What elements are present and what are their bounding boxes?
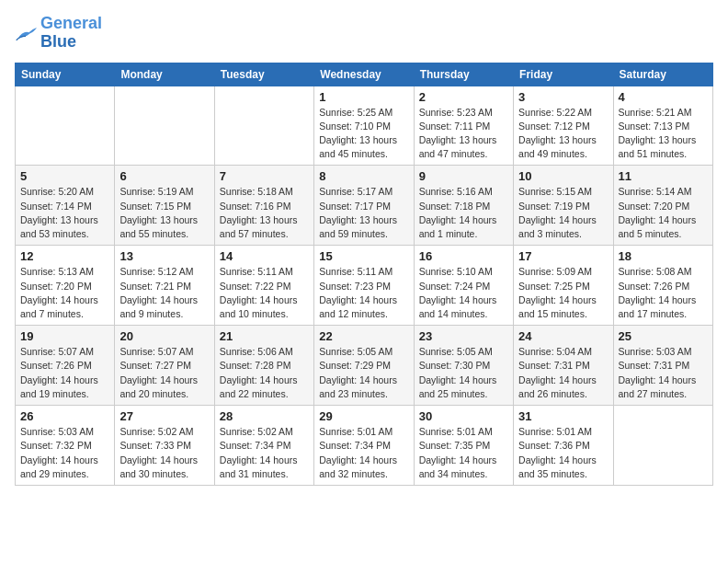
day-info: Sunrise: 5:13 AMSunset: 7:20 PMDaylight:… bbox=[20, 265, 109, 321]
calendar-cell: 2 Sunrise: 5:23 AMSunset: 7:11 PMDayligh… bbox=[414, 86, 513, 166]
day-info: Sunrise: 5:01 AMSunset: 7:34 PMDaylight:… bbox=[319, 425, 408, 481]
day-number: 9 bbox=[419, 169, 508, 183]
day-number: 2 bbox=[419, 90, 508, 104]
day-number: 10 bbox=[518, 169, 608, 183]
day-number: 21 bbox=[220, 329, 309, 343]
day-number: 6 bbox=[119, 169, 209, 183]
calendar-cell: 31 Sunrise: 5:01 AMSunset: 7:36 PMDaylig… bbox=[514, 406, 613, 486]
day-info: Sunrise: 5:25 AMSunset: 7:10 PMDaylight:… bbox=[319, 106, 408, 162]
calendar-cell: 8 Sunrise: 5:17 AMSunset: 7:17 PMDayligh… bbox=[314, 166, 414, 246]
calendar-cell: 16 Sunrise: 5:10 AMSunset: 7:24 PMDaylig… bbox=[414, 246, 513, 326]
calendar-week-3: 12 Sunrise: 5:13 AMSunset: 7:20 PMDaylig… bbox=[16, 246, 713, 326]
day-info: Sunrise: 5:11 AMSunset: 7:23 PMDaylight:… bbox=[319, 265, 408, 321]
day-number: 26 bbox=[20, 409, 109, 423]
day-info: Sunrise: 5:12 AMSunset: 7:21 PMDaylight:… bbox=[119, 265, 209, 321]
day-info: Sunrise: 5:02 AMSunset: 7:33 PMDaylight:… bbox=[119, 425, 209, 481]
day-number: 24 bbox=[518, 329, 608, 343]
day-number: 4 bbox=[619, 90, 708, 104]
day-number: 5 bbox=[20, 169, 109, 183]
logo-text: GeneralBlue bbox=[40, 15, 102, 52]
calendar-header-thursday: Thursday bbox=[414, 63, 513, 86]
day-number: 3 bbox=[518, 90, 608, 104]
calendar-cell: 14 Sunrise: 5:11 AMSunset: 7:22 PMDaylig… bbox=[214, 246, 313, 326]
day-number: 14 bbox=[220, 249, 309, 263]
day-number: 15 bbox=[319, 249, 408, 263]
calendar-cell: 24 Sunrise: 5:04 AMSunset: 7:31 PMDaylig… bbox=[514, 326, 613, 406]
calendar-cell: 18 Sunrise: 5:08 AMSunset: 7:26 PMDaylig… bbox=[613, 246, 712, 326]
day-number: 7 bbox=[220, 169, 309, 183]
day-number: 30 bbox=[419, 409, 508, 423]
day-number: 1 bbox=[319, 90, 408, 104]
day-number: 16 bbox=[419, 249, 508, 263]
calendar-cell: 1 Sunrise: 5:25 AMSunset: 7:10 PMDayligh… bbox=[314, 86, 414, 166]
day-number: 28 bbox=[220, 409, 309, 423]
calendar-cell: 7 Sunrise: 5:18 AMSunset: 7:16 PMDayligh… bbox=[214, 166, 313, 246]
calendar-cell: 10 Sunrise: 5:15 AMSunset: 7:19 PMDaylig… bbox=[514, 166, 613, 246]
calendar-week-2: 5 Sunrise: 5:20 AMSunset: 7:14 PMDayligh… bbox=[16, 166, 713, 246]
day-number: 12 bbox=[20, 249, 109, 263]
calendar-cell: 30 Sunrise: 5:01 AMSunset: 7:35 PMDaylig… bbox=[414, 406, 513, 486]
calendar-cell bbox=[613, 406, 712, 486]
calendar-cell: 29 Sunrise: 5:01 AMSunset: 7:34 PMDaylig… bbox=[314, 406, 414, 486]
calendar-cell: 9 Sunrise: 5:16 AMSunset: 7:18 PMDayligh… bbox=[414, 166, 513, 246]
day-number: 23 bbox=[419, 329, 508, 343]
calendar-cell: 4 Sunrise: 5:21 AMSunset: 7:13 PMDayligh… bbox=[613, 86, 712, 166]
day-number: 27 bbox=[119, 409, 209, 423]
day-info: Sunrise: 5:07 AMSunset: 7:27 PMDaylight:… bbox=[119, 345, 209, 401]
calendar-week-4: 19 Sunrise: 5:07 AMSunset: 7:26 PMDaylig… bbox=[16, 326, 713, 406]
day-info: Sunrise: 5:14 AMSunset: 7:20 PMDaylight:… bbox=[619, 185, 708, 241]
calendar-cell bbox=[115, 86, 214, 166]
day-info: Sunrise: 5:05 AMSunset: 7:29 PMDaylight:… bbox=[319, 345, 408, 401]
day-info: Sunrise: 5:15 AMSunset: 7:19 PMDaylight:… bbox=[518, 185, 608, 241]
day-info: Sunrise: 5:01 AMSunset: 7:35 PMDaylight:… bbox=[419, 425, 508, 481]
logo: GeneralBlue bbox=[15, 15, 102, 52]
day-info: Sunrise: 5:18 AMSunset: 7:16 PMDaylight:… bbox=[220, 185, 309, 241]
calendar-cell: 20 Sunrise: 5:07 AMSunset: 7:27 PMDaylig… bbox=[115, 326, 214, 406]
calendar-header-monday: Monday bbox=[115, 63, 214, 86]
calendar-header-wednesday: Wednesday bbox=[314, 63, 414, 86]
day-info: Sunrise: 5:06 AMSunset: 7:28 PMDaylight:… bbox=[220, 345, 309, 401]
calendar-cell: 5 Sunrise: 5:20 AMSunset: 7:14 PMDayligh… bbox=[16, 166, 115, 246]
day-info: Sunrise: 5:10 AMSunset: 7:24 PMDaylight:… bbox=[419, 265, 508, 321]
day-info: Sunrise: 5:17 AMSunset: 7:17 PMDaylight:… bbox=[319, 185, 408, 241]
calendar-cell: 21 Sunrise: 5:06 AMSunset: 7:28 PMDaylig… bbox=[214, 326, 313, 406]
calendar-cell: 17 Sunrise: 5:09 AMSunset: 7:25 PMDaylig… bbox=[514, 246, 613, 326]
calendar-cell: 25 Sunrise: 5:03 AMSunset: 7:31 PMDaylig… bbox=[613, 326, 712, 406]
day-number: 31 bbox=[518, 409, 608, 423]
calendar-cell: 11 Sunrise: 5:14 AMSunset: 7:20 PMDaylig… bbox=[613, 166, 712, 246]
calendar-header-friday: Friday bbox=[514, 63, 613, 86]
day-info: Sunrise: 5:07 AMSunset: 7:26 PMDaylight:… bbox=[20, 345, 109, 401]
logo-bird-icon bbox=[15, 24, 37, 42]
calendar-cell: 27 Sunrise: 5:02 AMSunset: 7:33 PMDaylig… bbox=[115, 406, 214, 486]
day-number: 19 bbox=[20, 329, 109, 343]
calendar-cell: 13 Sunrise: 5:12 AMSunset: 7:21 PMDaylig… bbox=[115, 246, 214, 326]
calendar-body: 1 Sunrise: 5:25 AMSunset: 7:10 PMDayligh… bbox=[16, 86, 713, 485]
calendar-cell: 12 Sunrise: 5:13 AMSunset: 7:20 PMDaylig… bbox=[16, 246, 115, 326]
calendar-cell: 15 Sunrise: 5:11 AMSunset: 7:23 PMDaylig… bbox=[314, 246, 414, 326]
calendar-header-tuesday: Tuesday bbox=[214, 63, 313, 86]
calendar-header-sunday: Sunday bbox=[16, 63, 115, 86]
day-info: Sunrise: 5:21 AMSunset: 7:13 PMDaylight:… bbox=[619, 106, 708, 162]
day-info: Sunrise: 5:02 AMSunset: 7:34 PMDaylight:… bbox=[220, 425, 309, 481]
day-info: Sunrise: 5:09 AMSunset: 7:25 PMDaylight:… bbox=[518, 265, 608, 321]
calendar-cell bbox=[214, 86, 313, 166]
calendar-header-row: SundayMondayTuesdayWednesdayThursdayFrid… bbox=[16, 63, 713, 86]
calendar-week-5: 26 Sunrise: 5:03 AMSunset: 7:32 PMDaylig… bbox=[16, 406, 713, 486]
day-info: Sunrise: 5:03 AMSunset: 7:32 PMDaylight:… bbox=[20, 425, 109, 481]
calendar-cell: 3 Sunrise: 5:22 AMSunset: 7:12 PMDayligh… bbox=[514, 86, 613, 166]
calendar-cell: 28 Sunrise: 5:02 AMSunset: 7:34 PMDaylig… bbox=[214, 406, 313, 486]
day-number: 17 bbox=[518, 249, 608, 263]
day-info: Sunrise: 5:22 AMSunset: 7:12 PMDaylight:… bbox=[518, 106, 608, 162]
calendar-cell: 6 Sunrise: 5:19 AMSunset: 7:15 PMDayligh… bbox=[115, 166, 214, 246]
day-number: 20 bbox=[119, 329, 209, 343]
calendar-week-1: 1 Sunrise: 5:25 AMSunset: 7:10 PMDayligh… bbox=[16, 86, 713, 166]
calendar-table: SundayMondayTuesdayWednesdayThursdayFrid… bbox=[15, 63, 713, 486]
day-info: Sunrise: 5:05 AMSunset: 7:30 PMDaylight:… bbox=[419, 345, 508, 401]
page-header: GeneralBlue bbox=[15, 15, 713, 52]
calendar-cell: 22 Sunrise: 5:05 AMSunset: 7:29 PMDaylig… bbox=[314, 326, 414, 406]
day-info: Sunrise: 5:01 AMSunset: 7:36 PMDaylight:… bbox=[518, 425, 608, 481]
day-number: 11 bbox=[619, 169, 708, 183]
day-info: Sunrise: 5:04 AMSunset: 7:31 PMDaylight:… bbox=[518, 345, 608, 401]
calendar-cell: 23 Sunrise: 5:05 AMSunset: 7:30 PMDaylig… bbox=[414, 326, 513, 406]
day-info: Sunrise: 5:03 AMSunset: 7:31 PMDaylight:… bbox=[619, 345, 708, 401]
